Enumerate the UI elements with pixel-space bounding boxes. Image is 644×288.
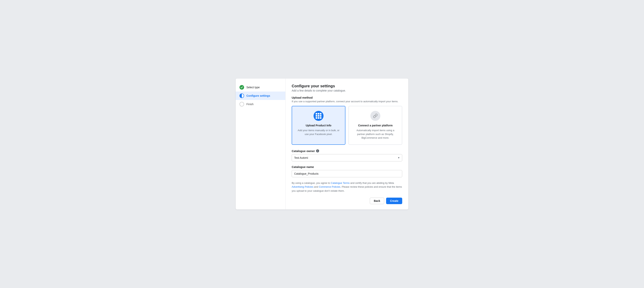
- legal-and: and: [313, 185, 319, 188]
- method-card-partner[interactable]: Connect a partner platform Automatically…: [348, 106, 402, 145]
- upload-method-label: Upload method: [292, 96, 402, 99]
- step-pending-icon: [240, 102, 244, 107]
- catalogue-owner-select[interactable]: Test Automi: [292, 154, 402, 161]
- step-select-type-label: Select type: [246, 86, 260, 89]
- catalogue-terms-link[interactable]: Catalogue Terms: [331, 181, 350, 184]
- partner-icon-circle: [370, 111, 380, 121]
- checkmark-icon: [240, 86, 243, 89]
- catalogue-owner-label-text: Catalogue owner: [292, 149, 315, 153]
- advertising-policies-link[interactable]: Advertising Policies: [292, 185, 313, 188]
- catalogue-name-label-row: Catalogue name: [292, 165, 402, 168]
- upload-icon-circle: [314, 111, 324, 121]
- step-done-icon: [240, 85, 244, 90]
- legal-text: By using a catalogue, you agree to Catal…: [292, 181, 402, 193]
- wizard-container: Select type Configure settings Finish Co…: [236, 79, 408, 209]
- step-finish-label: Finish: [246, 103, 254, 106]
- step-configure-settings-label: Configure settings: [246, 94, 270, 97]
- sidebar-item-select-type[interactable]: Select type: [236, 83, 285, 92]
- catalogue-owner-label-row: Catalogue owner i: [292, 149, 402, 153]
- back-button[interactable]: Back: [370, 198, 384, 204]
- step-current-icon: [240, 93, 244, 98]
- legal-prefix: By using a catalogue, you agree to: [292, 181, 331, 184]
- upload-card-title: Upload Product Info: [306, 124, 332, 127]
- upload-method-desc: If you use a supported partner platform,…: [292, 100, 402, 103]
- partner-card-title: Connect a partner platform: [358, 124, 392, 127]
- method-card-upload[interactable]: Upload Product Info Add your items manua…: [292, 106, 346, 145]
- upload-method-section: Upload method If you use a supported par…: [292, 96, 402, 145]
- sidebar-item-configure-settings[interactable]: Configure settings: [236, 92, 285, 100]
- content-panel: Configure your settings Add a few detail…: [286, 79, 408, 209]
- catalogue-name-input[interactable]: [292, 170, 402, 177]
- partner-card-desc: Automatically import items using a partn…: [353, 129, 398, 140]
- link-icon: [373, 114, 378, 118]
- legal-middle: and certify that you are abiding by Meta: [350, 181, 394, 184]
- method-cards-container: Upload Product Info Add your items manua…: [292, 106, 402, 145]
- action-buttons: Back Create: [292, 198, 402, 204]
- sidebar-item-finish[interactable]: Finish: [236, 100, 285, 108]
- catalogue-owner-field: Catalogue owner i Test Automi ▼: [292, 149, 402, 161]
- catalogue-owner-select-wrapper: Test Automi ▼: [292, 154, 402, 161]
- upload-card-desc: Add your items manually or in bulk, or u…: [296, 129, 341, 136]
- catalogue-name-label-text: Catalogue name: [292, 165, 314, 168]
- catalogue-name-field: Catalogue name: [292, 165, 402, 177]
- create-button[interactable]: Create: [386, 198, 402, 204]
- catalogue-owner-info-icon[interactable]: i: [316, 149, 319, 152]
- grid-icon: [316, 113, 322, 119]
- sidebar: Select type Configure settings Finish: [236, 79, 286, 209]
- page-title: Configure your settings: [292, 84, 402, 88]
- page-subtitle: Add a few details to complete your catal…: [292, 89, 402, 92]
- commerce-policies-link[interactable]: Commerce Policies: [319, 185, 340, 188]
